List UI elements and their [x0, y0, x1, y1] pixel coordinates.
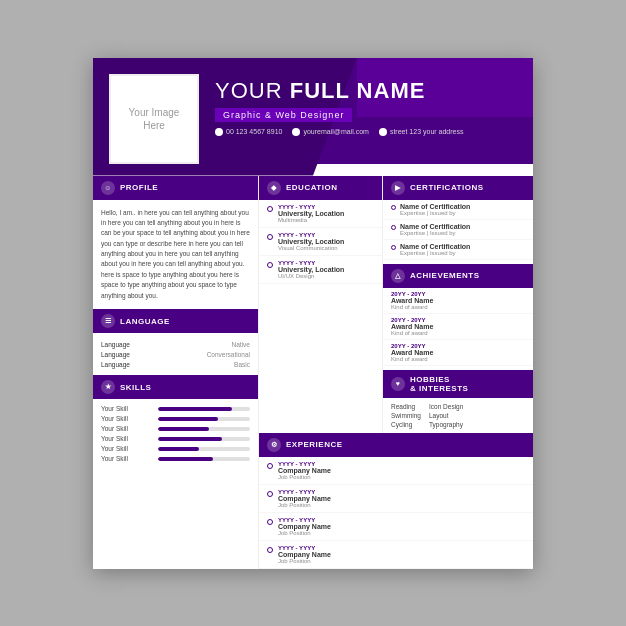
list-item: Name of Certification Expertise | Issued… [383, 200, 533, 220]
address-contact: street 123 your address [379, 128, 464, 136]
job-title: Graphic & Web Designer [215, 108, 352, 122]
education-header: ◆ EDUCATION [259, 176, 382, 200]
list-item: Language Basic [101, 359, 250, 369]
email-icon [292, 128, 300, 136]
main-content: ☺ PROFILE Hello, I am.. in here you can … [93, 176, 533, 569]
experience-header: ⚙ EXPERIENCE [259, 433, 533, 457]
header: Your Image Here YOUR FULL NAME Graphic &… [93, 58, 533, 176]
list-item: Your Skill [101, 415, 250, 422]
bullet-icon [267, 519, 273, 525]
name-prefix: YOUR [215, 78, 290, 103]
skills-content: Your Skill Your Skill Your Skill Your Sk… [93, 399, 258, 471]
list-item: 20YY - 20YY Award Name Kind of award [383, 340, 533, 366]
cv-document: Your Image Here YOUR FULL NAME Graphic &… [93, 58, 533, 569]
list-item: YYYY - YYYY University, Location Multime… [259, 200, 382, 228]
bullet-icon [267, 547, 273, 553]
hobbies-icon: ♥ [391, 377, 405, 391]
achievements-icon: △ [391, 269, 405, 283]
list-item: YYYY - YYYY Company Name Job Position [259, 485, 533, 513]
list-item: Your Skill [101, 405, 250, 412]
list-item: 20YY - 20YY Award Name Kind of award [383, 288, 533, 314]
bullet-icon [267, 206, 273, 212]
bullet-icon [391, 205, 396, 210]
experience-section: ⚙ EXPERIENCE YYYY - YYYY Company Name Jo… [259, 433, 533, 569]
list-item: Language Conversational [101, 349, 250, 359]
phone-contact: 00 123 4567 8910 [215, 128, 282, 136]
list-item: Your Skill [101, 435, 250, 442]
list-item: YYYY - YYYY Company Name Job Position [259, 541, 533, 569]
language-content: Language Native Language Conversational … [93, 333, 258, 375]
list-item: YYYY - YYYY University, Location UI/UX D… [259, 256, 382, 284]
hobbies-content: Reading Swimming Cycling Icon Design Lay… [383, 398, 533, 433]
list-item: Your Skill [101, 445, 250, 452]
hobbies-header: ♥ HOBBIES & INTERESTS [383, 370, 533, 398]
hobby-column: Reading Swimming Cycling [391, 403, 421, 428]
list-item: YYYY - YYYY Company Name Job Position [259, 513, 533, 541]
bullet-icon [391, 245, 396, 250]
language-icon: ☰ [101, 314, 115, 328]
list-item: 20YY - 20YY Award Name Kind of award [383, 314, 533, 340]
location-icon [379, 128, 387, 136]
profile-icon: ☺ [101, 181, 115, 195]
bullet-icon [267, 234, 273, 240]
achievements-header: △ ACHIEVEMENTS [383, 264, 533, 288]
cert-icon: ▶ [391, 181, 405, 195]
certifications-section: ▶ CERTIFICATIONS Name of Certification E… [383, 176, 533, 433]
profile-content: Hello, I am.. in here you can tell anyth… [93, 200, 258, 310]
list-item: Your Skill [101, 425, 250, 432]
skills-icon: ★ [101, 380, 115, 394]
edu-cert-row: ◆ EDUCATION YYYY - YYYY University, Loca… [259, 176, 533, 433]
bullet-icon [267, 463, 273, 469]
bullet-icon [267, 262, 273, 268]
list-item: Language Native [101, 339, 250, 349]
list-item: Your Skill [101, 455, 250, 462]
certifications-header: ▶ CERTIFICATIONS [383, 176, 533, 200]
photo-placeholder: Your Image Here [109, 74, 199, 164]
list-item: Name of Certification Expertise | Issued… [383, 240, 533, 260]
bullet-icon [391, 225, 396, 230]
list-item: Name of Certification Expertise | Issued… [383, 220, 533, 240]
contact-info: 00 123 4567 8910 youremail@mail.com stre… [215, 128, 517, 136]
profile-text: Hello, I am.. in here you can tell anyth… [101, 208, 250, 302]
profile-header: ☺ PROFILE [93, 176, 258, 200]
hobby-column: Icon Design Layout Typography [429, 403, 463, 428]
left-column: ☺ PROFILE Hello, I am.. in here you can … [93, 176, 258, 569]
bullet-icon [267, 491, 273, 497]
phone-icon [215, 128, 223, 136]
education-icon: ◆ [267, 181, 281, 195]
right-column: ◆ EDUCATION YYYY - YYYY University, Loca… [258, 176, 533, 569]
list-item: YYYY - YYYY University, Location Visual … [259, 228, 382, 256]
education-section: ◆ EDUCATION YYYY - YYYY University, Loca… [259, 176, 383, 433]
full-name: YOUR FULL NAME [215, 78, 517, 104]
name-bold: FULL NAME [290, 78, 426, 103]
language-header: ☰ LANGUAGE [93, 309, 258, 333]
list-item: YYYY - YYYY Company Name Job Position [259, 457, 533, 485]
email-contact: youremail@mail.com [292, 128, 368, 136]
skills-header: ★ SKILLS [93, 375, 258, 399]
experience-icon: ⚙ [267, 438, 281, 452]
